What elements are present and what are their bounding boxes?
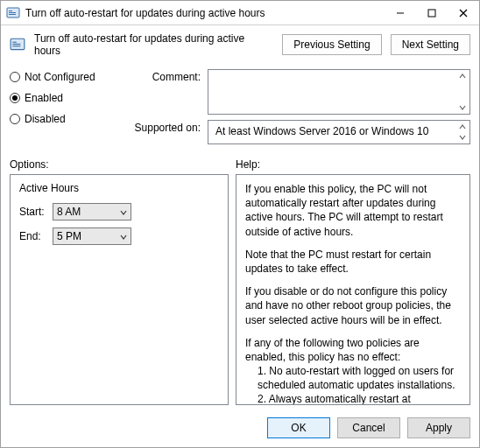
- start-time-value: 8 AM: [57, 206, 81, 218]
- content-split: Active Hours Start: 8 AM End: 5 PM If yo…: [1, 174, 479, 410]
- svg-rect-10: [12, 44, 20, 45]
- scrollbar: [455, 71, 469, 113]
- comment-input[interactable]: [208, 69, 470, 115]
- chevron-down-icon: [120, 206, 127, 218]
- radio-label: Not Configured: [25, 71, 95, 83]
- options-heading: Options:: [10, 158, 236, 171]
- svg-rect-3: [9, 14, 16, 15]
- help-text: 1. No auto-restart with logged on users …: [245, 364, 461, 392]
- help-text: 2. Always automatically restart at sched…: [245, 392, 461, 405]
- footer-buttons: OK Cancel Apply: [1, 410, 479, 447]
- svg-rect-1: [9, 10, 12, 11]
- previous-setting-button[interactable]: Previous Setting: [282, 34, 381, 55]
- apply-button[interactable]: Apply: [407, 417, 470, 438]
- radio-icon: [10, 114, 20, 124]
- state-radio-group: Not Configured Enabled Disabled: [10, 69, 116, 144]
- chevron-down-icon: [120, 230, 127, 242]
- radio-icon: [10, 72, 20, 82]
- svg-rect-5: [428, 10, 435, 17]
- start-row: Start: 8 AM: [19, 203, 219, 220]
- help-text: If you enable this policy, the PC will n…: [245, 182, 461, 239]
- settings-top: Not Configured Enabled Disabled Comment:: [1, 69, 479, 151]
- start-label: Start:: [19, 206, 47, 218]
- help-text: Note that the PC must restart for certai…: [245, 248, 461, 276]
- help-text: If you disable or do not configure this …: [245, 284, 461, 327]
- end-label: End:: [19, 230, 47, 242]
- scrollbar: [455, 122, 469, 143]
- radio-label: Disabled: [25, 113, 66, 125]
- start-time-select[interactable]: 8 AM: [53, 203, 131, 220]
- end-time-select[interactable]: 5 PM: [53, 228, 131, 245]
- cancel-button[interactable]: Cancel: [337, 417, 400, 438]
- meta-column: Comment: Supported on: At least Windows …: [127, 69, 470, 144]
- comment-label: Comment:: [127, 69, 201, 115]
- policy-icon: [6, 6, 20, 20]
- ok-button[interactable]: OK: [267, 417, 330, 438]
- radio-icon: [10, 93, 20, 103]
- active-hours-heading: Active Hours: [19, 182, 219, 194]
- scroll-down-icon[interactable]: [455, 132, 469, 143]
- svg-rect-2: [9, 12, 16, 13]
- radio-enabled[interactable]: Enabled: [10, 92, 116, 104]
- page-title: Turn off auto-restart for updates during…: [34, 32, 273, 57]
- radio-label: Enabled: [25, 92, 63, 104]
- minimize-button[interactable]: [385, 1, 416, 24]
- section-headers: Options: Help:: [1, 151, 479, 174]
- close-button[interactable]: [448, 1, 479, 24]
- radio-disabled[interactable]: Disabled: [10, 113, 116, 125]
- end-time-value: 5 PM: [57, 230, 81, 242]
- help-text: If any of the following two policies are…: [245, 336, 461, 364]
- supported-value: At least Windows Server 2016 or Windows …: [215, 125, 428, 137]
- scroll-up-icon[interactable]: [455, 122, 469, 132]
- options-pane: Active Hours Start: 8 AM End: 5 PM: [10, 174, 229, 405]
- scroll-down-icon[interactable]: [455, 102, 469, 113]
- svg-rect-9: [12, 42, 17, 43]
- maximize-button[interactable]: [416, 1, 448, 24]
- end-row: End: 5 PM: [19, 228, 219, 245]
- window-title: Turn off auto-restart for updates during…: [25, 7, 385, 19]
- next-setting-button[interactable]: Next Setting: [391, 34, 470, 55]
- supported-on-field: At least Windows Server 2016 or Windows …: [208, 120, 470, 144]
- dialog-window: Turn off auto-restart for updates during…: [0, 0, 480, 448]
- supported-label: Supported on:: [127, 120, 201, 144]
- titlebar: Turn off auto-restart for updates during…: [1, 1, 479, 25]
- radio-not-configured[interactable]: Not Configured: [10, 71, 116, 83]
- header: Turn off auto-restart for updates during…: [1, 25, 479, 69]
- policy-icon: [10, 37, 25, 52]
- scroll-up-icon[interactable]: [455, 71, 469, 81]
- help-pane: If you enable this policy, the PC will n…: [236, 174, 470, 405]
- help-heading: Help:: [236, 158, 260, 171]
- svg-rect-11: [12, 46, 20, 46]
